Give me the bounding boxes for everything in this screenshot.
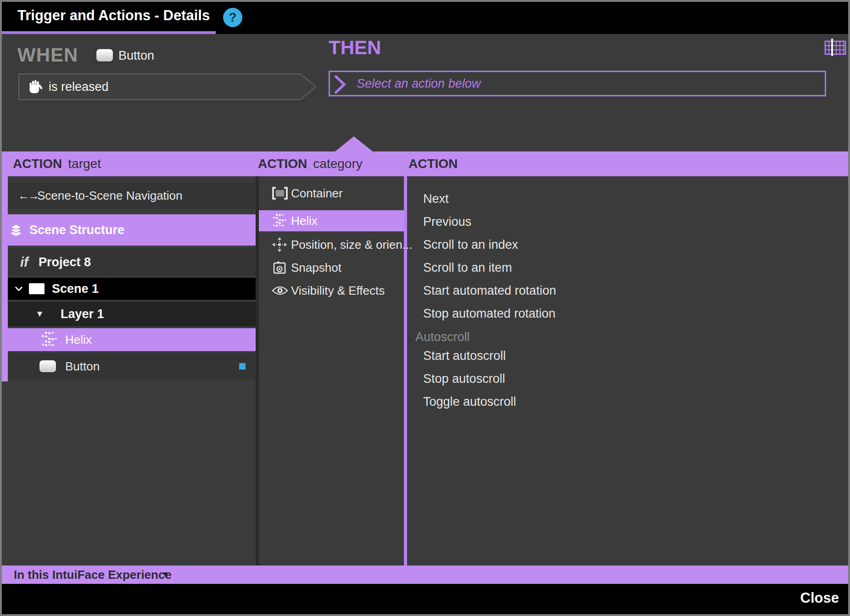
category-header-strong: ACTION [258,157,307,171]
column-header-band: ACTION target ACTION category ACTION [0,151,850,176]
snapshot-icon [273,261,286,274]
category-row-visibility-effects[interactable]: Visibility & Effects [259,280,404,301]
target-row-project-8[interactable]: if Project 8 [8,248,256,276]
target-row-scene-1[interactable]: Scene 1 [8,278,256,300]
chevron-down-icon: ▼ [162,566,169,584]
triangle-expand-icon[interactable]: ▼ [35,309,44,319]
scope-label: In this IntuiFace Experience [14,566,172,584]
action-item-next[interactable]: Next [407,189,449,208]
column-divider-purple [404,176,407,566]
action-item-stop-automated-rotation[interactable]: Stop automated rotation [407,304,555,323]
when-heading: WHEN [17,44,78,66]
action-item-previous[interactable]: Previous [407,212,471,231]
trigger-indicator-dot [239,363,246,370]
category-row-helix[interactable]: Helix [259,210,404,231]
hand-release-icon [28,79,42,95]
button-asset-icon [39,360,56,372]
layers-icon [9,224,23,236]
target-row-scene-structure[interactable]: Scene Structure [2,214,256,246]
category-row-label: Visibility & Effects [291,284,385,298]
move-arrows-icon [272,237,287,252]
action-header-strong: ACTION [408,157,458,171]
action-select-box[interactable]: Select an action below [329,71,826,96]
chevron-right-icon [334,74,347,95]
category-header-rest: category [313,157,362,171]
column-divider [256,176,259,566]
pointer-notch [335,136,373,151]
page-title: Trigger and Actions - Details [17,0,210,31]
action-picker-panel: ←→ Scene-to-Scene Navigation Scene Struc… [0,176,850,566]
close-button[interactable]: Close [800,584,839,612]
category-row-label: Container [291,186,343,201]
container-icon [272,187,288,200]
target-row-layer-1[interactable]: ▼ Layer 1 [8,302,256,326]
category-column-header: ACTION category [258,151,363,176]
scene-icon [29,283,45,294]
table-view-icon[interactable] [823,38,847,57]
scene-navigation-icon: ←→ [18,189,38,202]
when-source-label: Button [118,49,154,63]
target-row-label: Scene 1 [52,282,99,296]
eye-icon [272,286,288,296]
action-column-header: ACTION [408,151,458,176]
target-row-button[interactable]: Button [8,353,256,380]
title-bar: Trigger and Actions - Details ? [0,0,850,34]
category-row-snapshot[interactable]: Snapshot [259,257,404,278]
helix-icon [39,332,60,347]
action-item-start-automated-rotation[interactable]: Start automated rotation [407,281,556,300]
trigger-bar[interactable]: is released [18,73,317,100]
trigger-label: is released [49,73,109,100]
target-row-label: Scene Structure [29,223,124,237]
scope-dropdown[interactable]: In this IntuiFace Experience ▼ [0,566,850,584]
category-row-container[interactable]: Container [259,183,404,204]
footer-bar: Close [0,584,850,616]
action-item-toggle-autoscroll[interactable]: Toggle autoscroll [407,392,516,411]
chevron-expand-icon[interactable] [15,286,22,291]
then-heading: THEN [329,37,381,59]
title-underline [0,31,216,34]
experience-if-icon: if [20,255,28,270]
target-column-header: ACTION target [13,151,101,176]
help-button[interactable]: ? [223,8,242,27]
category-row-label: Helix [291,214,318,228]
category-row-position-size[interactable]: Position, size & orien... [259,234,404,255]
target-header-rest: target [68,157,101,171]
target-row-helix[interactable]: Helix [2,328,256,351]
target-row-scene-navigation[interactable]: ←→ Scene-to-Scene Navigation [8,182,256,209]
helix-icon [271,214,289,228]
category-row-label: Snapshot [291,261,341,275]
action-item-stop-autoscroll[interactable]: Stop autoscroll [407,369,505,388]
action-item-scroll-to-index[interactable]: Scroll to an index [407,235,518,254]
target-header-strong: ACTION [13,157,62,171]
action-group-autoscroll: Autoscroll [407,327,470,347]
action-item-scroll-to-item[interactable]: Scroll to an item [407,258,512,277]
action-select-placeholder: Select an action below [357,72,481,95]
target-row-label: Layer 1 [61,307,104,321]
target-row-label: Helix [65,333,92,347]
target-row-label: Project 8 [39,255,91,269]
action-item-start-autoscroll[interactable]: Start autoscroll [407,346,506,365]
target-row-label: Button [65,359,100,374]
category-row-label: Position, size & orien... [291,238,412,252]
button-asset-icon [96,49,113,62]
target-row-label: Scene-to-Scene Navigation [37,189,183,203]
